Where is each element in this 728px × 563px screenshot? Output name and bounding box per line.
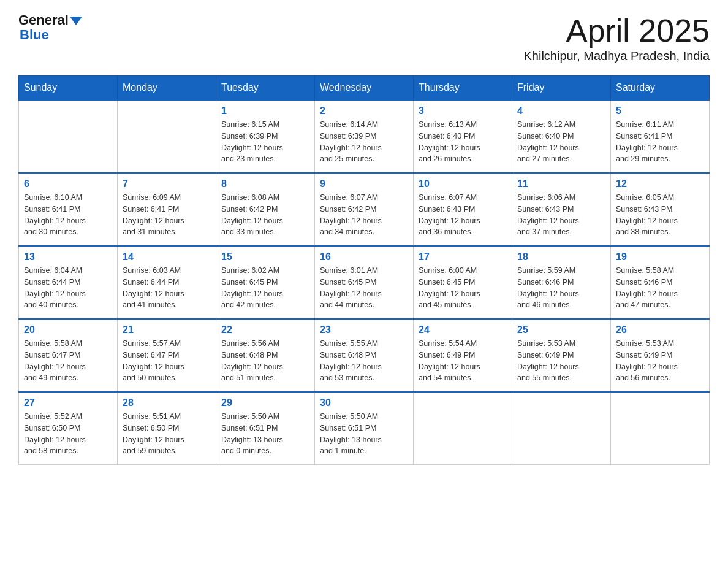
calendar-cell xyxy=(512,392,611,465)
week-row-1: 1Sunrise: 6:15 AMSunset: 6:39 PMDaylight… xyxy=(19,100,710,173)
calendar-cell: 30Sunrise: 5:50 AMSunset: 6:51 PMDayligh… xyxy=(315,392,414,465)
day-number: 5 xyxy=(616,105,704,117)
calendar-cell: 9Sunrise: 6:07 AMSunset: 6:42 PMDaylight… xyxy=(315,173,414,246)
day-info: Sunrise: 6:05 AMSunset: 6:43 PMDaylight:… xyxy=(616,192,704,238)
calendar-cell: 7Sunrise: 6:09 AMSunset: 6:41 PMDaylight… xyxy=(118,173,216,246)
calendar-cell: 19Sunrise: 5:58 AMSunset: 6:46 PMDayligh… xyxy=(611,246,710,319)
calendar-cell: 10Sunrise: 6:07 AMSunset: 6:43 PMDayligh… xyxy=(414,173,512,246)
calendar-cell xyxy=(414,392,512,465)
weekday-header-saturday: Saturday xyxy=(611,76,710,101)
title-block: April 2025 Khilchipur, Madhya Pradesh, I… xyxy=(523,12,710,63)
day-info: Sunrise: 5:59 AMSunset: 6:46 PMDaylight:… xyxy=(517,265,605,311)
calendar-cell: 17Sunrise: 6:00 AMSunset: 6:45 PMDayligh… xyxy=(414,246,512,319)
day-info: Sunrise: 6:04 AMSunset: 6:44 PMDaylight:… xyxy=(24,265,112,311)
calendar-cell: 15Sunrise: 6:02 AMSunset: 6:45 PMDayligh… xyxy=(216,246,315,319)
calendar-cell: 6Sunrise: 6:10 AMSunset: 6:41 PMDaylight… xyxy=(19,173,118,246)
calendar-table: SundayMondayTuesdayWednesdayThursdayFrid… xyxy=(18,75,710,465)
calendar-cell: 11Sunrise: 6:06 AMSunset: 6:43 PMDayligh… xyxy=(512,173,611,246)
weekday-header-monday: Monday xyxy=(118,76,216,101)
day-info: Sunrise: 6:02 AMSunset: 6:45 PMDaylight:… xyxy=(221,265,309,311)
logo-general-text: General xyxy=(18,12,69,28)
weekday-header-friday: Friday xyxy=(512,76,611,101)
day-info: Sunrise: 6:06 AMSunset: 6:43 PMDaylight:… xyxy=(517,192,605,238)
calendar-cell xyxy=(118,100,216,173)
week-row-5: 27Sunrise: 5:52 AMSunset: 6:50 PMDayligh… xyxy=(19,392,710,465)
calendar-cell: 25Sunrise: 5:53 AMSunset: 6:49 PMDayligh… xyxy=(512,319,611,392)
day-number: 9 xyxy=(320,178,408,190)
day-info: Sunrise: 6:01 AMSunset: 6:45 PMDaylight:… xyxy=(320,265,408,311)
calendar-cell: 3Sunrise: 6:13 AMSunset: 6:40 PMDaylight… xyxy=(414,100,512,173)
week-row-4: 20Sunrise: 5:58 AMSunset: 6:47 PMDayligh… xyxy=(19,319,710,392)
day-number: 22 xyxy=(221,324,309,335)
logo-triangle-icon xyxy=(70,14,82,26)
calendar-cell: 4Sunrise: 6:12 AMSunset: 6:40 PMDaylight… xyxy=(512,100,611,173)
weekday-header-tuesday: Tuesday xyxy=(216,76,315,101)
svg-marker-0 xyxy=(70,17,82,25)
day-info: Sunrise: 5:56 AMSunset: 6:48 PMDaylight:… xyxy=(221,338,309,384)
day-number: 1 xyxy=(221,105,309,117)
day-info: Sunrise: 5:58 AMSunset: 6:46 PMDaylight:… xyxy=(616,265,704,311)
day-number: 25 xyxy=(517,324,605,335)
week-row-3: 13Sunrise: 6:04 AMSunset: 6:44 PMDayligh… xyxy=(19,246,710,319)
logo-content: General Blue xyxy=(18,12,82,43)
calendar-cell: 26Sunrise: 5:53 AMSunset: 6:49 PMDayligh… xyxy=(611,319,710,392)
day-info: Sunrise: 5:50 AMSunset: 6:51 PMDaylight:… xyxy=(221,411,309,457)
calendar-cell: 18Sunrise: 5:59 AMSunset: 6:46 PMDayligh… xyxy=(512,246,611,319)
calendar-cell: 20Sunrise: 5:58 AMSunset: 6:47 PMDayligh… xyxy=(19,319,118,392)
day-info: Sunrise: 6:07 AMSunset: 6:42 PMDaylight:… xyxy=(320,192,408,238)
weekday-header-wednesday: Wednesday xyxy=(315,76,414,101)
day-info: Sunrise: 6:09 AMSunset: 6:41 PMDaylight:… xyxy=(123,192,211,238)
logo-blue-text: Blue xyxy=(20,27,49,42)
day-number: 20 xyxy=(24,324,112,335)
calendar-cell: 8Sunrise: 6:08 AMSunset: 6:42 PMDaylight… xyxy=(216,173,315,246)
calendar-cell: 28Sunrise: 5:51 AMSunset: 6:50 PMDayligh… xyxy=(118,392,216,465)
day-info: Sunrise: 6:08 AMSunset: 6:42 PMDaylight:… xyxy=(221,192,309,238)
day-info: Sunrise: 6:12 AMSunset: 6:40 PMDaylight:… xyxy=(517,119,605,165)
day-info: Sunrise: 6:13 AMSunset: 6:40 PMDaylight:… xyxy=(419,119,507,165)
calendar-cell: 16Sunrise: 6:01 AMSunset: 6:45 PMDayligh… xyxy=(315,246,414,319)
calendar-header: SundayMondayTuesdayWednesdayThursdayFrid… xyxy=(19,76,710,101)
calendar-cell: 5Sunrise: 6:11 AMSunset: 6:41 PMDaylight… xyxy=(611,100,710,173)
day-info: Sunrise: 5:51 AMSunset: 6:50 PMDaylight:… xyxy=(123,411,211,457)
day-number: 4 xyxy=(517,105,605,117)
day-info: Sunrise: 5:52 AMSunset: 6:50 PMDaylight:… xyxy=(24,411,112,457)
calendar-cell xyxy=(19,100,118,173)
calendar-cell: 24Sunrise: 5:54 AMSunset: 6:49 PMDayligh… xyxy=(414,319,512,392)
calendar-cell: 23Sunrise: 5:55 AMSunset: 6:48 PMDayligh… xyxy=(315,319,414,392)
calendar-body: 1Sunrise: 6:15 AMSunset: 6:39 PMDaylight… xyxy=(19,100,710,465)
day-info: Sunrise: 5:58 AMSunset: 6:47 PMDaylight:… xyxy=(24,338,112,384)
calendar-cell: 29Sunrise: 5:50 AMSunset: 6:51 PMDayligh… xyxy=(216,392,315,465)
day-number: 16 xyxy=(320,251,408,262)
day-number: 13 xyxy=(24,251,112,262)
calendar-cell: 12Sunrise: 6:05 AMSunset: 6:43 PMDayligh… xyxy=(611,173,710,246)
day-info: Sunrise: 5:53 AMSunset: 6:49 PMDaylight:… xyxy=(517,338,605,384)
day-number: 21 xyxy=(123,324,211,335)
day-info: Sunrise: 6:07 AMSunset: 6:43 PMDaylight:… xyxy=(419,192,507,238)
day-info: Sunrise: 6:14 AMSunset: 6:39 PMDaylight:… xyxy=(320,119,408,165)
weekday-header-row: SundayMondayTuesdayWednesdayThursdayFrid… xyxy=(19,76,710,101)
day-info: Sunrise: 5:50 AMSunset: 6:51 PMDaylight:… xyxy=(320,411,408,457)
day-number: 14 xyxy=(123,251,211,262)
day-number: 10 xyxy=(419,178,507,190)
day-number: 24 xyxy=(419,324,507,335)
day-number: 30 xyxy=(320,397,408,408)
day-number: 7 xyxy=(123,178,211,190)
month-title: April 2025 xyxy=(523,12,710,49)
day-number: 3 xyxy=(419,105,507,117)
day-info: Sunrise: 6:10 AMSunset: 6:41 PMDaylight:… xyxy=(24,192,112,238)
day-number: 12 xyxy=(616,178,704,190)
day-info: Sunrise: 6:15 AMSunset: 6:39 PMDaylight:… xyxy=(221,119,309,165)
day-number: 11 xyxy=(517,178,605,190)
calendar-cell: 27Sunrise: 5:52 AMSunset: 6:50 PMDayligh… xyxy=(19,392,118,465)
weekday-header-sunday: Sunday xyxy=(19,76,118,101)
day-number: 28 xyxy=(123,397,211,408)
day-number: 27 xyxy=(24,397,112,408)
day-number: 23 xyxy=(320,324,408,335)
day-info: Sunrise: 5:53 AMSunset: 6:49 PMDaylight:… xyxy=(616,338,704,384)
calendar-cell: 2Sunrise: 6:14 AMSunset: 6:39 PMDaylight… xyxy=(315,100,414,173)
calendar-cell: 22Sunrise: 5:56 AMSunset: 6:48 PMDayligh… xyxy=(216,319,315,392)
day-number: 26 xyxy=(616,324,704,335)
weekday-header-thursday: Thursday xyxy=(414,76,512,101)
day-number: 2 xyxy=(320,105,408,117)
day-number: 15 xyxy=(221,251,309,262)
